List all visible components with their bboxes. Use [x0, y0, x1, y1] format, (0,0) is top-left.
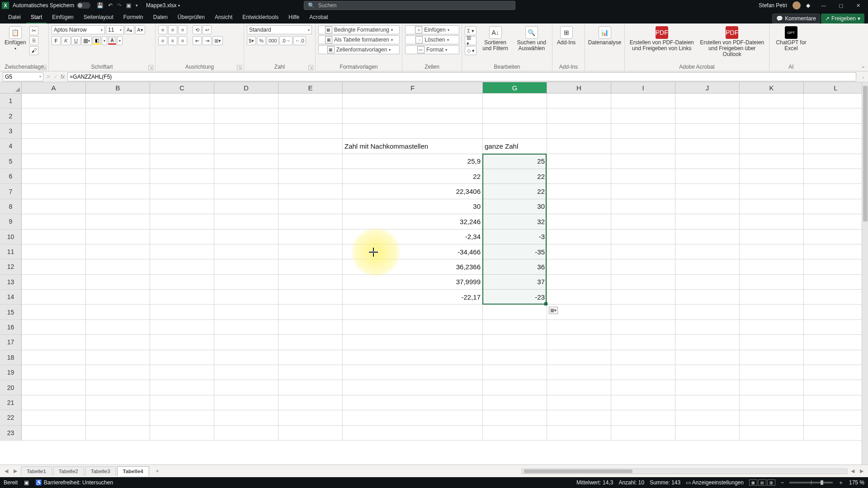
cell-D9[interactable] — [214, 214, 278, 229]
cell-L15[interactable] — [804, 305, 868, 319]
cell-L23[interactable] — [804, 426, 868, 441]
cell-B18[interactable] — [86, 350, 150, 365]
cell-K16[interactable] — [740, 320, 804, 335]
row-header-16[interactable]: 16 — [0, 320, 22, 335]
row-header-10[interactable]: 10 — [0, 230, 22, 244]
cell-G1[interactable] — [483, 94, 547, 108]
share-button[interactable]: ↗Freigeben▾ — [821, 14, 864, 23]
cell-F19[interactable] — [343, 365, 483, 380]
cell-J19[interactable] — [675, 365, 740, 380]
cell-G17[interactable] — [483, 335, 547, 350]
cell-styles-button[interactable]: ▦Zellenformatvorlagen▾ — [318, 45, 400, 54]
cell-B2[interactable] — [86, 108, 150, 123]
cell-C16[interactable] — [150, 320, 214, 335]
row-header-15[interactable]: 15 — [0, 305, 22, 319]
row-header-21[interactable]: 21 — [0, 395, 22, 410]
cell-L1[interactable] — [804, 94, 868, 108]
undo-icon[interactable]: ↶ — [108, 2, 113, 9]
cell-A18[interactable] — [22, 350, 86, 365]
cell-I19[interactable] — [611, 365, 675, 380]
cell-F7[interactable]: 22,3406 — [343, 184, 483, 199]
row-header-2[interactable]: 2 — [0, 108, 22, 123]
cell-I9[interactable] — [611, 214, 675, 229]
cell-I7[interactable] — [611, 184, 675, 199]
cell-C2[interactable] — [150, 108, 214, 123]
find-select-button[interactable]: 🔍 Suchen und Auswählen — [514, 25, 549, 52]
row-header-1[interactable]: 1 — [0, 94, 22, 108]
cell-I16[interactable] — [611, 320, 675, 335]
cell-H1[interactable] — [547, 94, 611, 108]
cell-F12[interactable]: 36,2366 — [343, 259, 483, 274]
cut-button[interactable]: ✂ — [29, 26, 38, 35]
minimize-button[interactable]: — — [816, 1, 832, 10]
number-format-combo[interactable]: Standard▾ — [247, 25, 312, 34]
row-header-23[interactable]: 23 — [0, 426, 22, 441]
cell-D10[interactable] — [214, 230, 278, 244]
cell-F2[interactable] — [343, 108, 483, 123]
cell-K20[interactable] — [740, 380, 804, 395]
cell-L14[interactable] — [804, 290, 868, 305]
cell-E13[interactable] — [278, 275, 343, 290]
data-analysis-button[interactable]: 📊Datenanalyse — [588, 25, 622, 47]
sheet-tab-tabelle3[interactable]: Tabelle3 — [85, 466, 116, 476]
row-header-13[interactable]: 13 — [0, 275, 22, 290]
cell-J13[interactable] — [675, 275, 740, 290]
cell-J17[interactable] — [675, 335, 740, 350]
sheet-tab-tabelle1[interactable]: Tabelle1 — [21, 466, 52, 476]
cell-H14[interactable] — [547, 290, 611, 305]
column-header-G[interactable]: G — [483, 82, 547, 94]
cell-B8[interactable] — [86, 199, 150, 214]
cell-J10[interactable] — [675, 230, 740, 244]
cell-B6[interactable] — [86, 169, 150, 184]
cell-J9[interactable] — [675, 214, 740, 229]
column-header-H[interactable]: H — [547, 82, 611, 94]
cell-D19[interactable] — [214, 365, 278, 380]
cell-G22[interactable] — [483, 410, 547, 425]
cell-C12[interactable] — [150, 259, 214, 274]
cell-E2[interactable] — [278, 108, 343, 123]
cell-J5[interactable] — [675, 154, 740, 169]
cell-G15[interactable] — [483, 305, 547, 319]
cell-G21[interactable] — [483, 395, 547, 410]
cell-C15[interactable] — [150, 305, 214, 319]
autofill-options-button[interactable]: ▦▾ — [549, 307, 558, 314]
cell-H22[interactable] — [547, 410, 611, 425]
cell-K10[interactable] — [740, 230, 804, 244]
cell-E7[interactable] — [278, 184, 343, 199]
display-settings-button[interactable]: ▭ Anzeigeeinstellungen — [686, 479, 744, 486]
cell-E11[interactable] — [278, 244, 343, 259]
cell-E5[interactable] — [278, 154, 343, 169]
sheet-nav-prev[interactable]: ◀ — [3, 468, 10, 474]
cell-J4[interactable] — [675, 139, 740, 154]
decrease-font-button[interactable]: A▾ — [135, 25, 145, 34]
conditional-formatting-button[interactable]: ▦Bedingte Formatierung▾ — [318, 25, 400, 34]
cell-L16[interactable] — [804, 320, 868, 335]
cell-E8[interactable] — [278, 199, 343, 214]
cell-A2[interactable] — [22, 108, 86, 123]
cell-D2[interactable] — [214, 108, 278, 123]
cell-J2[interactable] — [675, 108, 740, 123]
cell-D5[interactable] — [214, 154, 278, 169]
column-header-F[interactable]: F — [343, 82, 483, 94]
column-header-E[interactable]: E — [278, 82, 343, 94]
cell-A3[interactable] — [22, 124, 86, 139]
column-header-B[interactable]: B — [86, 82, 150, 94]
cell-I5[interactable] — [611, 154, 675, 169]
delete-cells-button[interactable]: －Löschen▾ — [405, 35, 459, 44]
cell-L12[interactable] — [804, 259, 868, 274]
tab-datei[interactable]: Datei — [4, 11, 25, 23]
cell-D14[interactable] — [214, 290, 278, 305]
cell-B23[interactable] — [86, 426, 150, 441]
scroll-right-icon[interactable]: ▶ — [858, 468, 865, 474]
cell-G13[interactable]: 37 — [483, 275, 547, 290]
cell-C17[interactable] — [150, 335, 214, 350]
cell-D8[interactable] — [214, 199, 278, 214]
cell-C7[interactable] — [150, 184, 214, 199]
tab-hilfe[interactable]: Hilfe — [284, 11, 304, 23]
row-header-3[interactable]: 3 — [0, 124, 22, 139]
cell-C19[interactable] — [150, 365, 214, 380]
row-header-14[interactable]: 14 — [0, 290, 22, 305]
row-header-22[interactable]: 22 — [0, 410, 22, 425]
cell-A12[interactable] — [22, 259, 86, 274]
cell-A4[interactable] — [22, 139, 86, 154]
